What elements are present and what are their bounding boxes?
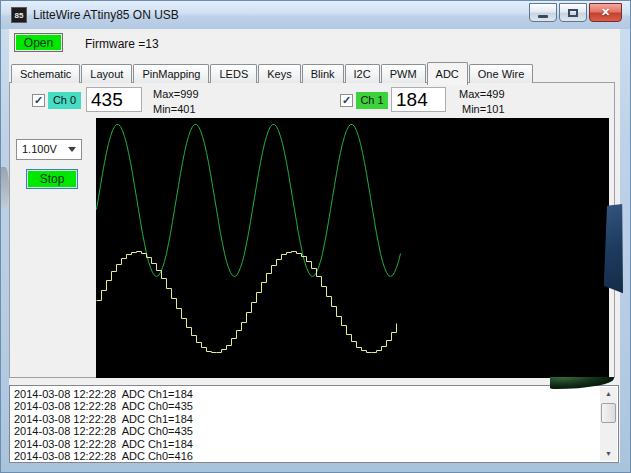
app-window: 85 LitteWire ATtiny85 ON USB ✕ Open Firm…	[0, 0, 631, 473]
chevron-down-icon	[68, 147, 76, 152]
tab-adc[interactable]: ADC	[427, 62, 468, 85]
voltage-ref-select[interactable]: 1.100V	[16, 139, 82, 160]
scope-canvas	[96, 118, 609, 378]
caption-buttons: ✕	[529, 3, 622, 22]
adc-ch1-label: Ch 1	[356, 92, 388, 109]
adc-ch1-max: Max=499	[459, 88, 505, 100]
client-area: Open Firmware =13 SchematicLayoutPinMapp…	[9, 29, 620, 463]
tab-i2c[interactable]: I2C	[345, 64, 380, 83]
scroll-down-icon[interactable]: ▼	[600, 447, 617, 461]
tab-keys[interactable]: Keys	[258, 64, 300, 83]
log-line: 2014-03-08 12:22:28 ADC Ch1=184	[14, 388, 614, 400]
check-icon: ✓	[34, 94, 43, 106]
open-button[interactable]: Open	[14, 33, 63, 52]
adc-ch0-max: Max=999	[153, 88, 199, 100]
tab-blink[interactable]: Blink	[302, 64, 344, 83]
log-line: 2014-03-08 12:22:28 ADC Ch1=184	[14, 438, 614, 450]
adc-ch1-value[interactable]: 184	[391, 87, 446, 112]
adc-ch1-min: Min=101	[462, 103, 505, 115]
voltage-ref-value: 1.100V	[22, 143, 57, 155]
tab-strip: SchematicLayoutPinMappingLEDSKeysBlinkI2…	[11, 62, 534, 83]
log-line: 2014-03-08 12:22:28 ADC Ch0=416	[14, 450, 614, 462]
stop-button[interactable]: Stop	[26, 169, 78, 189]
tab-layout[interactable]: Layout	[81, 64, 132, 83]
desktop-artifact-left	[1, 167, 9, 209]
adc-ch0-value[interactable]: 435	[86, 87, 142, 112]
close-button[interactable]: ✕	[589, 3, 622, 22]
log-line: 2014-03-08 12:22:28 ADC Ch1=184	[14, 413, 614, 425]
window-title: LitteWire ATtiny85 ON USB	[33, 8, 179, 22]
check-icon: ✓	[342, 94, 351, 106]
adc-ch0-min: Min=401	[153, 103, 196, 115]
log-lines: 2014-03-08 12:22:28 ADC Ch1=1842014-03-0…	[10, 386, 618, 463]
scroll-up-icon[interactable]: ▲	[600, 387, 617, 401]
title-bar: 85 LitteWire ATtiny85 ON USB ✕	[1, 1, 631, 29]
log-line: 2014-03-08 12:22:28 ADC Ch0=435	[14, 425, 614, 437]
log-box[interactable]: 2014-03-08 12:22:28 ADC Ch1=1842014-03-0…	[9, 385, 619, 463]
app-icon: 85	[11, 7, 27, 23]
adc-tab-panel: ✓ Ch 0 435 Max=999 Min=401 ✓ Ch 1 184 Ma…	[9, 82, 615, 378]
maximize-icon	[568, 9, 578, 17]
maximize-button[interactable]	[559, 3, 587, 22]
minimize-icon	[538, 15, 548, 18]
adc-ch1-checkbox[interactable]: ✓	[340, 94, 353, 107]
adc-ch0-checkbox[interactable]: ✓	[32, 94, 45, 107]
log-scrollbar[interactable]: ▲ ▼	[600, 387, 617, 461]
adc-ch0-label: Ch 0	[48, 92, 81, 109]
minimize-button[interactable]	[529, 3, 557, 22]
tab-pwm[interactable]: PWM	[381, 64, 426, 83]
tab-schematic[interactable]: Schematic	[11, 64, 80, 83]
firmware-label: Firmware =13	[85, 37, 159, 51]
tab-pinmapping[interactable]: PinMapping	[133, 64, 209, 83]
tab-one-wire[interactable]: One Wire	[469, 64, 533, 83]
tab-leds[interactable]: LEDS	[210, 64, 257, 83]
scrollbar-thumb[interactable]	[601, 403, 616, 423]
log-line: 2014-03-08 12:22:28 ADC Ch0=435	[14, 400, 614, 412]
